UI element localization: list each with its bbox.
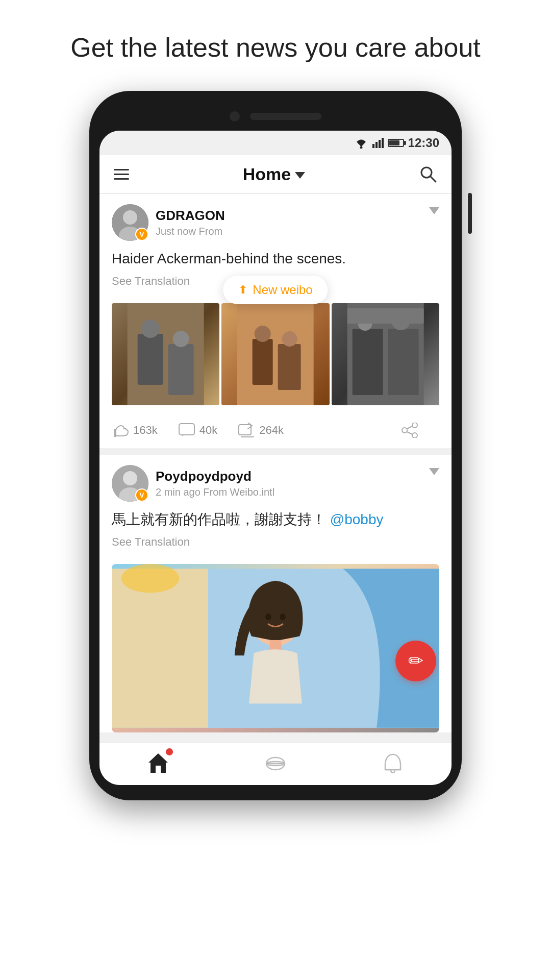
poyd-image-content [112, 564, 439, 732]
post-card-poyd: V Poydpoydpoyd 2 min ago From Weibo.intl [99, 455, 452, 732]
svg-rect-38 [112, 569, 208, 728]
svg-rect-3 [379, 140, 381, 148]
post-time-poyd: 2 min ago From Weibo.intl [156, 486, 274, 498]
author-info-gdragon: V GDRAGON Just now From [112, 204, 225, 241]
app-bar: Home [99, 155, 452, 194]
compose-fab-button[interactable]: ✏ [395, 641, 436, 681]
svg-point-44 [280, 614, 285, 620]
post-image-2-gdragon[interactable] [221, 303, 329, 405]
compose-pencil-icon: ✏ [408, 650, 423, 672]
svg-rect-13 [168, 344, 194, 395]
svg-rect-22 [388, 329, 418, 395]
nav-home-button[interactable] [146, 751, 170, 776]
image-grid-gdragon [112, 303, 439, 405]
svg-rect-11 [138, 334, 163, 385]
phone-top [99, 111, 452, 121]
new-weibo-text: New weibo [253, 283, 312, 297]
dropdown-arrow-icon [295, 172, 305, 179]
page-headline: Get the latest news you care about [30, 0, 521, 91]
author-name-gdragon: GDRAGON [156, 208, 225, 224]
post-card-gdragon: V GDRAGON Just now From [99, 194, 452, 449]
new-weibo-toast[interactable]: ⬆ New weibo [223, 276, 328, 304]
svg-rect-2 [375, 142, 378, 148]
svg-point-31 [412, 433, 417, 438]
notifications-nav-icon [381, 752, 405, 775]
svg-rect-4 [382, 138, 384, 148]
nav-home-dot [166, 748, 173, 755]
search-icon [419, 165, 437, 183]
like-count-gdragon: 163k [133, 424, 158, 437]
bottom-nav [99, 743, 452, 785]
avatar-wrap-poyd: V [112, 465, 148, 502]
phone-camera [230, 111, 240, 121]
post-mention-poyd[interactable]: @bobby [330, 511, 384, 527]
search-button[interactable] [419, 165, 437, 183]
svg-point-0 [360, 146, 362, 149]
action-bar-gdragon: 163k 40k [99, 415, 452, 449]
wifi-icon [354, 137, 368, 149]
see-translation-poyd[interactable]: See Translation [112, 535, 439, 549]
phone-side-button [468, 193, 472, 234]
vip-badge-gdragon: V [135, 228, 148, 241]
post-author-meta-gdragon: GDRAGON Just now From [156, 208, 225, 237]
post-menu-gdragon[interactable] [429, 207, 439, 214]
comment-button-gdragon[interactable]: 40k [178, 423, 217, 438]
status-icons: 12:30 [354, 136, 439, 150]
phone-speaker [250, 113, 321, 120]
svg-point-35 [123, 471, 137, 485]
comment-icon [178, 423, 195, 438]
nav-explore-button[interactable] [264, 752, 287, 775]
author-name-poyd: Poydpoydpoyd [156, 469, 274, 484]
svg-point-19 [282, 331, 297, 347]
comment-count-gdragon: 40k [199, 424, 217, 437]
svg-point-43 [265, 614, 271, 620]
svg-rect-26 [179, 424, 194, 435]
battery-icon [388, 139, 404, 147]
screen-content: ⬆ New weibo [99, 194, 452, 743]
post-menu-poyd[interactable] [429, 468, 439, 475]
app-bar-title[interactable]: Home [243, 164, 305, 184]
svg-point-29 [412, 423, 417, 428]
repost-button-gdragon[interactable]: 264k [238, 423, 284, 438]
post-image-3-gdragon[interactable] [332, 303, 439, 405]
home-nav-icon [146, 751, 170, 774]
like-button-gdragon[interactable]: 163k [112, 423, 158, 438]
svg-point-17 [255, 326, 271, 342]
phone-frame: 12:30 Home ⬆ [89, 91, 462, 800]
home-title: Home [243, 164, 291, 184]
status-time: 12:30 [408, 136, 439, 150]
svg-rect-21 [352, 329, 383, 395]
post-header-poyd: V Poydpoydpoyd 2 min ago From Weibo.intl [99, 455, 452, 509]
svg-line-33 [407, 432, 412, 434]
svg-point-8 [123, 210, 137, 225]
share-icon [402, 423, 419, 438]
svg-rect-15 [237, 303, 314, 405]
avatar-wrap-gdragon: V [112, 204, 148, 241]
hamburger-menu-button[interactable] [114, 169, 129, 180]
post-author-meta-poyd: Poydpoydpoyd 2 min ago From Weibo.intl [156, 469, 274, 498]
vip-badge-poyd: V [135, 488, 148, 502]
post-header-gdragon: V GDRAGON Just now From [99, 194, 452, 248]
repost-count-gdragon: 264k [259, 424, 284, 437]
svg-point-14 [173, 331, 189, 347]
post-text-poyd: 馬上就有新的作品啦，謝謝支持！ @bobby [112, 509, 439, 530]
post-image-1-gdragon[interactable] [112, 303, 219, 405]
svg-rect-18 [278, 344, 301, 390]
post-text-gdragon: Haider Ackerman-behind the scenes. [112, 248, 439, 270]
svg-rect-16 [253, 339, 273, 385]
svg-rect-25 [347, 308, 423, 324]
svg-point-12 [141, 320, 160, 338]
svg-line-32 [407, 426, 412, 429]
svg-rect-1 [372, 144, 374, 148]
signal-icon [372, 138, 384, 148]
share-button-gdragon[interactable] [402, 423, 419, 438]
svg-point-40 [121, 564, 179, 593]
nav-notifications-button[interactable] [381, 752, 405, 775]
explore-nav-icon [264, 752, 287, 775]
svg-point-30 [402, 428, 407, 433]
author-info-poyd: V Poydpoydpoyd 2 min ago From Weibo.intl [112, 465, 274, 502]
repost-icon [238, 423, 255, 438]
post-image-poyd[interactable] [112, 564, 439, 732]
svg-line-6 [430, 176, 436, 182]
post-time-gdragon: Just now From [156, 226, 225, 237]
